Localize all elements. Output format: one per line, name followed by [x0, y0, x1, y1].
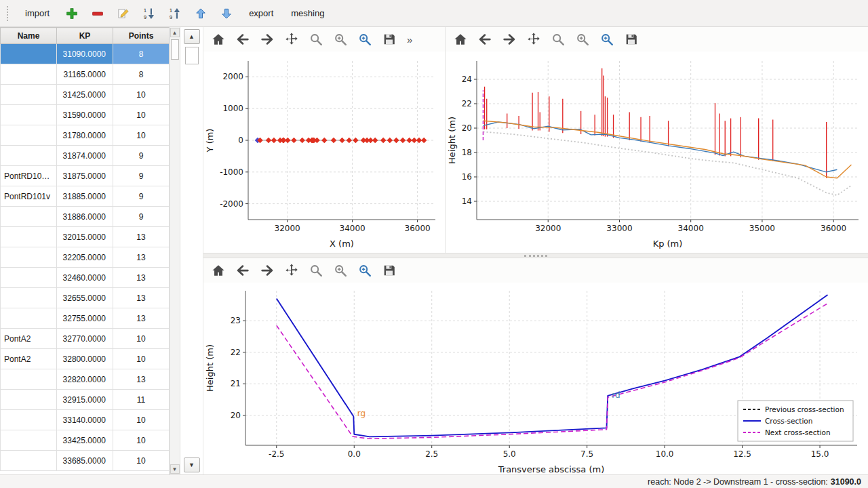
forward-icon[interactable] [258, 261, 277, 280]
plan-chart[interactable]: 320003400036000-2000-1000010002000X (m)Y… [203, 52, 445, 251]
table-row[interactable]: PontA232800.000010 [1, 349, 170, 369]
svg-text:2.5: 2.5 [425, 449, 438, 459]
zoom-in-icon[interactable] [331, 30, 350, 49]
svg-text:Height (m): Height (m) [447, 117, 457, 164]
nav-scroll-thumb[interactable] [185, 47, 199, 64]
nav-up-button[interactable]: ▲ [184, 29, 200, 44]
table-cell-kp: 31780.0000 [57, 125, 113, 146]
table-cell-kp: 32800.0000 [57, 349, 113, 369]
table-row[interactable]: 31090.00008 [1, 44, 170, 64]
back-icon[interactable] [233, 30, 252, 49]
home-icon[interactable] [209, 261, 228, 280]
svg-text:36000: 36000 [405, 224, 431, 233]
move-up-icon[interactable] [192, 5, 210, 22]
back-icon[interactable] [475, 30, 494, 49]
export-button[interactable]: export [245, 5, 277, 21]
scrollbar-thumb[interactable] [171, 39, 179, 60]
svg-text:36000: 36000 [821, 224, 846, 233]
table-row[interactable]: 32015.000013 [1, 227, 170, 247]
save-icon[interactable] [380, 261, 399, 280]
zoom-icon[interactable] [307, 30, 326, 49]
table-row[interactable]: 31425.000010 [1, 85, 170, 105]
table-cell-kp: 32915.0000 [57, 390, 113, 410]
table-row[interactable]: 31780.000010 [1, 125, 170, 146]
table-row[interactable]: 32915.000011 [1, 390, 170, 410]
table-row[interactable]: 32820.000013 [1, 369, 170, 390]
table-row[interactable]: 31590.000010 [1, 105, 170, 125]
pan-icon[interactable] [282, 30, 301, 49]
toolbar-overflow-chevron[interactable]: » [404, 34, 415, 45]
home-icon[interactable] [451, 30, 470, 49]
table-row[interactable]: 32755.000013 [1, 308, 170, 329]
nav-down-button[interactable]: ▼ [184, 458, 200, 472]
home-icon[interactable] [209, 30, 228, 49]
table-cell-points: 10 [113, 125, 170, 146]
section-chart-wrap: -2.50.02.55.07.510.012.515.020212223Tran… [203, 283, 868, 479]
sort-desc-icon[interactable]: 19 [140, 5, 158, 22]
table-cell-points: 13 [113, 268, 170, 288]
svg-text:9: 9 [170, 14, 173, 20]
table-row[interactable]: 33685.000010 [1, 451, 170, 471]
table-row[interactable]: 31165.00008 [1, 64, 170, 85]
svg-text:22: 22 [462, 99, 472, 108]
table-row[interactable]: 31886.00009 [1, 207, 170, 227]
table-cell-points: 13 [113, 369, 170, 390]
svg-text:0.0: 0.0 [348, 449, 361, 459]
svg-text:35000: 35000 [749, 224, 775, 233]
splitter-handle-icon[interactable] [524, 255, 547, 257]
pan-icon[interactable] [524, 30, 543, 49]
zoom-region-icon[interactable] [597, 30, 616, 49]
column-header-points[interactable]: Points [113, 28, 170, 44]
zoom-icon[interactable] [307, 261, 326, 280]
import-button[interactable]: import [21, 5, 54, 21]
svg-text:34000: 34000 [678, 224, 704, 233]
table-row[interactable]: 33140.000010 [1, 410, 170, 430]
table-cell-points: 10 [113, 430, 170, 451]
add-icon[interactable] [63, 5, 81, 22]
horizontal-splitter[interactable] [203, 253, 868, 258]
table-cell-points: 13 [113, 227, 170, 247]
zoom-in-icon[interactable] [331, 261, 350, 280]
table-row[interactable]: 32205.000013 [1, 247, 170, 268]
zoom-region-icon[interactable] [355, 30, 374, 49]
remove-icon[interactable] [89, 5, 106, 22]
table-row[interactable]: 31874.00009 [1, 146, 170, 166]
move-down-icon[interactable] [218, 5, 235, 22]
profile-chart[interactable]: 3200033000340003500036000141618202224Kp … [446, 52, 868, 251]
table-scrollbar[interactable]: ▲ ▼ [170, 27, 180, 474]
meshing-button[interactable]: meshing [287, 5, 328, 21]
edit-icon[interactable] [115, 5, 132, 22]
zoom-region-icon[interactable] [355, 261, 374, 280]
table-row[interactable]: 33425.000010 [1, 430, 170, 451]
table-row[interactable]: 32460.000013 [1, 268, 170, 288]
scroll-down-icon[interactable]: ▼ [170, 464, 180, 474]
table-cell-kp: 32770.0000 [57, 329, 113, 349]
zoom-in-icon[interactable] [573, 30, 592, 49]
scroll-up-icon[interactable]: ▲ [170, 28, 180, 37]
forward-icon[interactable] [500, 30, 519, 49]
save-icon[interactable] [622, 30, 641, 49]
toolbar-drag-handle[interactable] [7, 6, 10, 21]
table-cell-name: PontA2 [1, 329, 57, 349]
svg-text:Kp (m): Kp (m) [653, 239, 683, 249]
table-cell-name [1, 247, 57, 268]
zoom-icon[interactable] [549, 30, 568, 49]
column-header-kp[interactable]: KP [57, 28, 113, 44]
table-row[interactable]: PontA232770.000010 [1, 329, 170, 349]
table-cell-name [1, 44, 57, 64]
forward-icon[interactable] [258, 30, 277, 49]
cross-section-list-panel: NameKPPoints 31090.0000831165.0000831425… [0, 27, 203, 474]
table-row[interactable]: PontRD101v31885.00009 [1, 186, 170, 207]
back-icon[interactable] [233, 261, 252, 280]
svg-text:32000: 32000 [535, 224, 561, 233]
table-row[interactable]: 32655.000013 [1, 288, 170, 308]
save-icon[interactable] [380, 30, 399, 49]
pan-icon[interactable] [282, 261, 301, 280]
column-header-name[interactable]: Name [1, 28, 57, 44]
table-cell-points: 13 [113, 247, 170, 268]
sort-asc-icon[interactable]: 19 [166, 5, 184, 22]
table-row[interactable]: PontRD10…31875.00009 [1, 166, 170, 186]
plots-area: » 320003400036000-2000-1000010002000X (m… [203, 27, 868, 474]
profile-plot-toolbar [446, 27, 868, 52]
section-chart[interactable]: -2.50.02.55.07.510.012.515.020212223Tran… [203, 283, 868, 476]
